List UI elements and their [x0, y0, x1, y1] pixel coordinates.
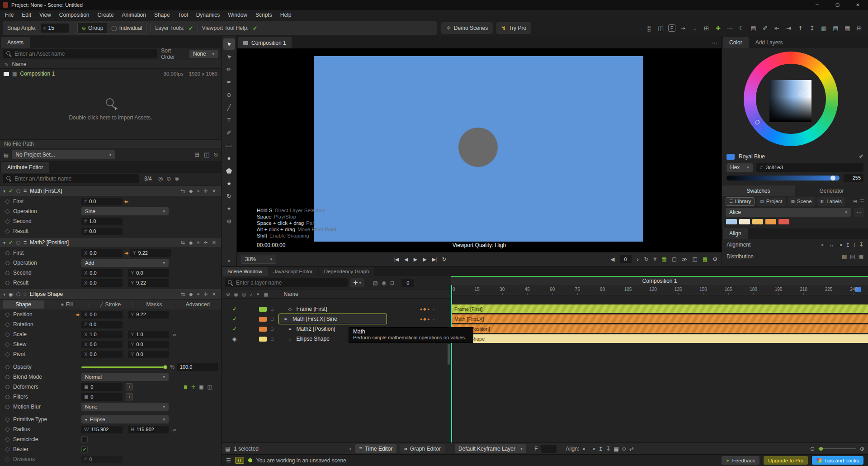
align-right-icon[interactable]: ⇥ [838, 242, 842, 248]
align-left-icon[interactable]: ⇤ [821, 242, 826, 248]
star-tool[interactable]: ★ [223, 178, 235, 189]
list-view-icon[interactable]: ☰ [860, 199, 864, 204]
add-icon[interactable]: ✛ [204, 188, 208, 194]
menu-item-create[interactable]: Create [94, 12, 118, 18]
check-icon[interactable] [9, 188, 13, 194]
tab-color[interactable]: Color [723, 37, 749, 48]
log-icon[interactable] [226, 457, 231, 464]
align-top-icon[interactable]: ↥ [845, 242, 850, 248]
arc-icon[interactable]: ☾ [737, 24, 746, 33]
layer-row-frame-first[interactable]: ◻◇Frame [First]◂◆▸◦ [222, 304, 451, 314]
brush-tool[interactable]: ✏ [223, 64, 235, 75]
audio-icon[interactable]: ♪ [637, 256, 639, 262]
frame-f-icon[interactable]: F [668, 24, 675, 32]
next-key-icon[interactable]: ▸ [428, 307, 430, 311]
close-icon[interactable]: ✕ [212, 188, 216, 194]
align-center-h-icon[interactable]: ↔ [829, 242, 835, 248]
section-header-ellipse[interactable]: ▾◉◌Ellipse Shape⇆◆⌖✛✕ [0, 289, 221, 300]
upgrade-to-pro-button[interactable]: Upgrade to Pro [764, 456, 808, 465]
keyframe-icon[interactable]: ◆ [189, 291, 193, 297]
value-field[interactable]: Y9.22 [128, 279, 169, 287]
lasso-icon[interactable]: ✐ [761, 24, 769, 33]
snap-angle-input[interactable]: 15 [41, 24, 69, 33]
scene-button[interactable]: ▦Scene [788, 197, 815, 206]
keyframe-ring-icon[interactable] [16, 292, 20, 296]
ellipse-shape-layer[interactable] [458, 128, 498, 167]
sort-order-dropdown[interactable]: None [189, 50, 218, 58]
menu-item-shape[interactable]: Shape [150, 12, 174, 18]
value-field[interactable]: Y1.0 [128, 331, 169, 338]
visibility-icon[interactable]: ◻ [270, 307, 274, 311]
tab-shape[interactable]: Shape [3, 300, 44, 309]
tab-fill[interactable]: ■Fill [46, 300, 87, 309]
zoom-slider-handle[interactable] [819, 447, 823, 451]
swatch-chip[interactable] [752, 219, 763, 224]
alpha-slider-handle[interactable] [830, 176, 835, 181]
project-set-dropdown[interactable]: No Project Set... [12, 150, 115, 159]
add-filter-icon[interactable] [166, 176, 171, 182]
section-header-math2[interactable]: ▾=Math2 [Position]⇆◆⌖✛✕ [0, 237, 221, 248]
tab-masks[interactable]: Masks [133, 300, 175, 309]
value-field[interactable]: Y9.22 [130, 249, 171, 257]
library-button[interactable]: ☰Library [726, 197, 755, 206]
solo-icon[interactable]: ◎ [242, 291, 246, 297]
timeline-track-frame-first[interactable]: Frame [First] [451, 304, 868, 313]
hex-mode-dropdown[interactable]: Hex [726, 163, 753, 172]
color-chip[interactable] [259, 337, 267, 342]
keyframe-ring-icon[interactable] [5, 457, 9, 461]
keyframe-ring-icon[interactable] [16, 189, 20, 193]
rectangle-tool[interactable]: ▭ [223, 140, 235, 151]
value-field[interactable]: H115.902 [128, 426, 169, 433]
menu-item-window[interactable]: Window [224, 12, 251, 18]
dropdown-operation[interactable]: Add [81, 259, 169, 267]
grid-icon[interactable]: # [654, 256, 657, 262]
render-icon[interactable]: ▦ [264, 291, 268, 297]
tab-align[interactable]: Align [723, 228, 748, 239]
viewport-canvas[interactable]: Hold SDirect Layer SelectionSpacePlay/St… [237, 48, 722, 252]
sparkle-tool[interactable]: ✦ [223, 203, 235, 214]
tab-advanced[interactable]: Advanced [177, 300, 218, 309]
menu-item-animation[interactable]: Animation [118, 12, 150, 18]
add-icon[interactable]: ✚ [714, 24, 722, 33]
reorder-icon[interactable]: ⇆ [181, 240, 185, 246]
value-field[interactable]: Y0.0 [128, 351, 169, 358]
swatch-chip[interactable] [739, 219, 750, 224]
asset-name[interactable]: Composition 1 [20, 71, 55, 77]
close-icon[interactable]: ✕ [212, 291, 216, 297]
keyframe-ring-icon[interactable] [5, 323, 9, 327]
keyframe-layer-dropdown[interactable]: Default Keyframe Layer [455, 444, 526, 453]
keyframe-ring-icon[interactable] [5, 428, 9, 432]
pin-icon[interactable]: ⌖ [197, 240, 199, 246]
align-right-icon[interactable]: ⇥ [784, 24, 793, 33]
individual-button[interactable]: ◯Individual [107, 23, 146, 33]
pen-tool[interactable]: ✒ [223, 76, 235, 88]
pin-icon[interactable]: ⌖ [197, 188, 199, 194]
grid-view-icon[interactable]: ⊞ [853, 199, 857, 204]
grid-icon[interactable]: ▦ [614, 446, 619, 452]
step-forward-button[interactable]: ▶ [423, 257, 426, 262]
grid-dots-icon[interactable]: ⣿ [645, 24, 653, 33]
project-button[interactable]: ▤Project [757, 197, 785, 206]
align-bottom-icon[interactable]: ↧ [859, 242, 863, 248]
card-icon[interactable]: ▤ [749, 24, 758, 33]
playhead[interactable] [451, 285, 452, 442]
keyframe-ring-icon[interactable] [5, 418, 9, 422]
timeline-ruler[interactable]: 0153045607590105120135150165180195210225… [451, 285, 868, 295]
diamond-icon[interactable]: ◇ [622, 446, 626, 452]
tab-assets[interactable]: Assets [1, 37, 30, 48]
asset-color-chip[interactable] [4, 72, 9, 76]
time-editor-button[interactable]: Time Editor [355, 444, 396, 453]
sv-selector-dot[interactable] [799, 91, 803, 95]
graph-editor-button[interactable]: Graph Editor [400, 444, 445, 453]
step-back-button[interactable]: ◀ [404, 257, 407, 262]
checkbox-b-zier[interactable]: ✓ [81, 446, 88, 452]
eyedropper-icon[interactable] [859, 153, 863, 160]
camera-tool[interactable]: ⊙ [223, 89, 235, 100]
more-tools-icon[interactable]: » [227, 257, 231, 264]
fast-forward-icon[interactable]: ≫ [682, 256, 688, 262]
zoom-in-icon[interactable] [860, 446, 864, 452]
menu-item-composition[interactable]: Composition [55, 12, 94, 18]
alpha-slider[interactable] [726, 176, 840, 181]
keyframe-icon[interactable]: ◆ [189, 188, 193, 194]
timeline-track-math-first-x-sine[interactable]: Math [First.X] [451, 314, 868, 323]
